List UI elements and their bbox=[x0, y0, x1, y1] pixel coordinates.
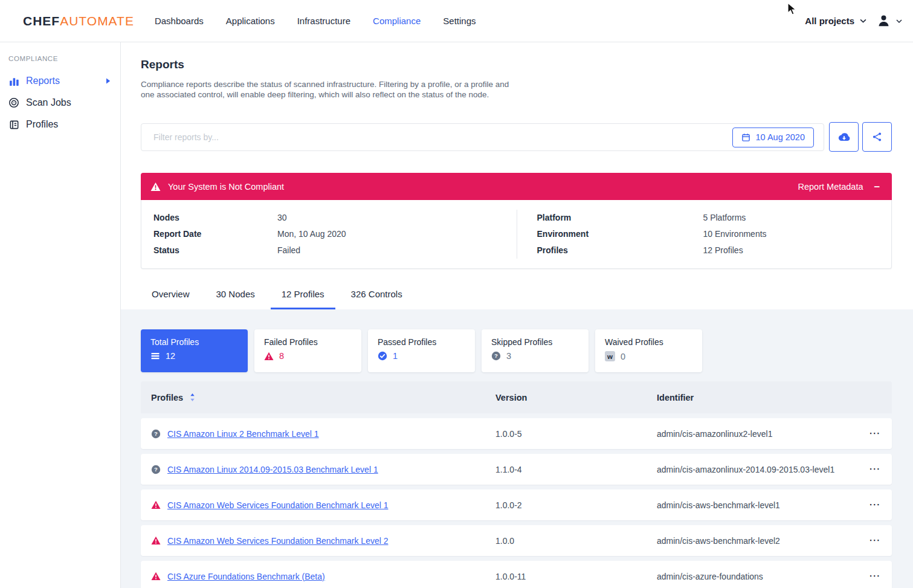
tab-profiles[interactable]: 12 Profiles bbox=[271, 289, 335, 309]
report-tabs: Overview 30 Nodes 12 Profiles 326 Contro… bbox=[141, 289, 892, 309]
chef-automate-logo[interactable]: CHEFAUTOMATE bbox=[23, 14, 134, 28]
list-icon bbox=[150, 351, 160, 361]
profile-identifier: admin/cis-azure-foundations bbox=[657, 572, 858, 581]
download-report-button[interactable] bbox=[829, 122, 859, 152]
collapse-minus-icon[interactable]: – bbox=[874, 181, 882, 193]
meta-report-date: Report Date Mon, 10 Aug 2020 bbox=[153, 226, 517, 242]
warning-triangle-icon bbox=[150, 182, 161, 192]
cloud-download-icon bbox=[837, 132, 851, 143]
meta-environment: Environment 10 Environments bbox=[537, 226, 892, 242]
meta-status: Status Failed bbox=[153, 242, 517, 259]
column-profiles[interactable]: Profiles bbox=[151, 393, 183, 402]
row-menu-icon[interactable]: ⋯ bbox=[869, 427, 881, 439]
primary-nav: Dashboards Applications Infrastructure C… bbox=[155, 16, 498, 26]
profile-link[interactable]: CIS Amazon Linux 2014.09-2015.03 Benchma… bbox=[167, 465, 378, 474]
report-metadata-toggle[interactable]: Report Metadata – bbox=[798, 181, 882, 193]
skipped-profiles-count: 3 bbox=[506, 351, 511, 361]
profile-version: 1.0.0 bbox=[495, 536, 657, 546]
waived-profiles-card[interactable]: Waived Profiles w 0 bbox=[595, 329, 702, 372]
total-profiles-count: 12 bbox=[166, 351, 175, 361]
profile-summary-cards: Total Profiles 12 Failed Profiles bbox=[141, 329, 892, 372]
profiles-icon bbox=[8, 120, 19, 130]
question-circle-icon: ? bbox=[151, 429, 161, 439]
non-compliant-banner: Your System is Not Compliant Report Meta… bbox=[141, 173, 892, 200]
compliance-sidebar: COMPLIANCE Reports Scan Jobs Profiles bbox=[0, 42, 121, 588]
total-profiles-card[interactable]: Total Profiles 12 bbox=[141, 329, 248, 372]
radar-icon bbox=[8, 97, 19, 108]
failed-profiles-count: 8 bbox=[279, 351, 284, 361]
table-row: ? CIS Amazon Linux 2 Benchmark Level 1 1… bbox=[141, 418, 892, 449]
profile-version: 1.0.0-2 bbox=[495, 500, 657, 510]
page-description: Compliance reports describe the status o… bbox=[141, 80, 517, 100]
filter-bar: 10 Aug 2020 bbox=[141, 122, 892, 152]
svg-text:?: ? bbox=[154, 430, 158, 437]
row-menu-icon[interactable]: ⋯ bbox=[869, 534, 881, 546]
row-menu-icon[interactable]: ⋯ bbox=[869, 569, 881, 582]
failed-profiles-card[interactable]: Failed Profiles 8 bbox=[254, 329, 361, 372]
table-row: CIS Amazon Web Services Foundation Bench… bbox=[141, 525, 892, 556]
tab-nodes[interactable]: 30 Nodes bbox=[205, 289, 266, 309]
banner-message: Your System is Not Compliant bbox=[168, 182, 284, 192]
passed-profiles-card[interactable]: Passed Profiles 1 bbox=[368, 329, 475, 372]
row-menu-icon[interactable]: ⋯ bbox=[869, 462, 881, 475]
sidebar-item-profiles[interactable]: Profiles bbox=[0, 114, 120, 135]
share-report-button[interactable] bbox=[862, 122, 892, 152]
user-avatar-icon[interactable] bbox=[877, 14, 891, 28]
nav-compliance[interactable]: Compliance bbox=[373, 16, 421, 26]
filter-reports-input[interactable] bbox=[141, 132, 824, 142]
chevron-down-icon[interactable] bbox=[860, 19, 866, 23]
date-picker-button[interactable]: 10 Aug 2020 bbox=[732, 128, 814, 147]
meta-platform: Platform 5 Platforms bbox=[537, 210, 892, 226]
table-row: CIS Amazon Web Services Foundation Bench… bbox=[141, 489, 892, 520]
column-identifier: Identifier bbox=[657, 393, 858, 402]
question-circle-icon: ? bbox=[151, 465, 161, 474]
table-row: CIS Azure Foundations Benchmark (Beta) 1… bbox=[141, 561, 892, 588]
logo-automate-text: AUTOMATE bbox=[60, 14, 134, 28]
profile-version: 1.0.0-5 bbox=[495, 429, 657, 439]
nav-applications[interactable]: Applications bbox=[226, 16, 275, 26]
tab-overview[interactable]: Overview bbox=[141, 289, 201, 309]
question-circle-icon: ? bbox=[491, 351, 501, 361]
sidebar-item-scan-jobs[interactable]: Scan Jobs bbox=[0, 92, 120, 114]
tab-controls[interactable]: 326 Controls bbox=[340, 289, 413, 309]
table-row: ? CIS Amazon Linux 2014.09-2015.03 Bench… bbox=[141, 454, 892, 485]
meta-profiles: Profiles 12 Profiles bbox=[537, 242, 892, 259]
sidebar-item-reports[interactable]: Reports bbox=[0, 70, 120, 92]
top-navigation: CHEFAUTOMATE Dashboards Applications Inf… bbox=[0, 0, 913, 42]
report-metadata-label: Report Metadata bbox=[798, 182, 863, 192]
skipped-profiles-card[interactable]: Skipped Profiles ? 3 bbox=[482, 329, 589, 372]
bar-chart-icon bbox=[8, 76, 19, 86]
share-icon bbox=[872, 132, 882, 142]
sidebar-item-label: Reports bbox=[26, 76, 60, 86]
profile-identifier: admin/cis-aws-benchmark-level1 bbox=[657, 500, 858, 510]
warning-triangle-icon bbox=[151, 536, 161, 545]
sidebar-item-label: Profiles bbox=[26, 119, 58, 130]
profile-identifier: admin/cis-amazonlinux2-level1 bbox=[657, 429, 858, 439]
nav-settings[interactable]: Settings bbox=[443, 16, 476, 26]
passed-profiles-count: 1 bbox=[393, 351, 398, 361]
profile-link[interactable]: CIS Amazon Web Services Foundation Bench… bbox=[167, 536, 388, 546]
nav-dashboards[interactable]: Dashboards bbox=[155, 16, 204, 26]
chevron-down-icon[interactable] bbox=[896, 19, 902, 23]
report-metadata-panel: Nodes 30 Report Date Mon, 10 Aug 2020 St… bbox=[141, 200, 892, 269]
profile-link[interactable]: CIS Amazon Linux 2 Benchmark Level 1 bbox=[167, 429, 319, 439]
profile-link[interactable]: CIS Amazon Web Services Foundation Bench… bbox=[167, 500, 388, 510]
profile-link[interactable]: CIS Azure Foundations Benchmark (Beta) bbox=[167, 572, 325, 581]
profiles-table-header: Profiles Version Identifier bbox=[141, 381, 892, 413]
sort-icon[interactable] bbox=[190, 393, 195, 402]
projects-selector[interactable]: All projects bbox=[805, 16, 854, 26]
profile-version: 1.1.0-4 bbox=[495, 465, 657, 474]
date-picker-value: 10 Aug 2020 bbox=[756, 132, 805, 142]
meta-nodes: Nodes 30 bbox=[153, 210, 517, 226]
nav-infrastructure[interactable]: Infrastructure bbox=[297, 16, 350, 26]
warning-triangle-icon bbox=[151, 572, 161, 581]
warning-triangle-icon bbox=[151, 500, 161, 509]
logo-chef-text: CHEF bbox=[23, 14, 60, 28]
svg-text:?: ? bbox=[154, 466, 158, 473]
calendar-icon bbox=[741, 133, 750, 142]
profile-identifier: admin/cis-aws-benchmark-level2 bbox=[657, 536, 858, 546]
expand-right-icon[interactable] bbox=[106, 78, 111, 84]
row-menu-icon[interactable]: ⋯ bbox=[869, 498, 881, 511]
check-circle-icon bbox=[378, 351, 387, 361]
filter-input-container: 10 Aug 2020 bbox=[141, 123, 824, 151]
